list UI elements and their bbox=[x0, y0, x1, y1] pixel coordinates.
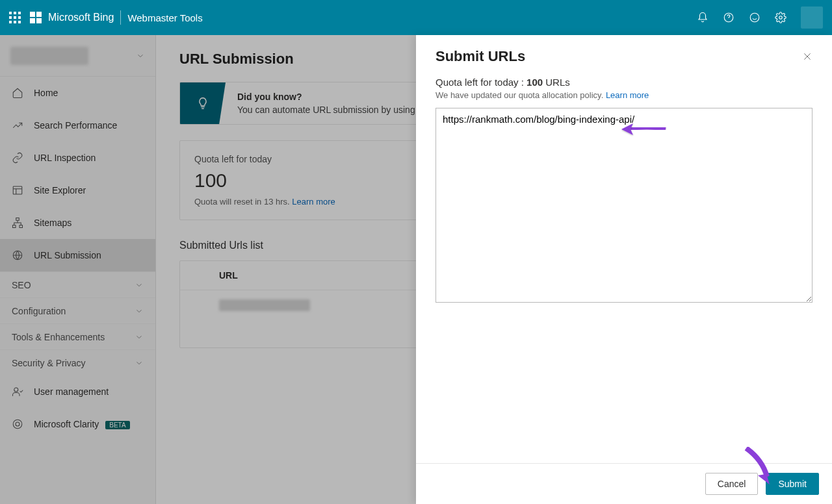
panel-title: Submit URLs bbox=[436, 48, 525, 65]
panel-quota-value: 100 bbox=[526, 77, 543, 88]
bing-logo-icon bbox=[30, 12, 42, 23]
panel-policy-line: We have updated our quota allocation pol… bbox=[436, 90, 812, 100]
brand-sub-text: Webmaster Tools bbox=[127, 12, 202, 23]
panel-footer: Cancel Submit bbox=[416, 463, 832, 504]
submit-button[interactable]: Submit bbox=[766, 473, 819, 495]
urls-textarea[interactable] bbox=[436, 108, 812, 303]
app-launcher-icon[interactable] bbox=[9, 12, 21, 23]
panel-policy-text: We have updated our quota allocation pol… bbox=[436, 90, 603, 100]
panel-learn-more-link[interactable]: Learn more bbox=[606, 90, 649, 100]
brand-main-text: Microsoft Bing bbox=[48, 12, 114, 23]
panel-body: Quota left for today : 100 URLs We have … bbox=[416, 70, 832, 463]
cancel-button[interactable]: Cancel bbox=[705, 473, 759, 495]
brand[interactable]: Microsoft Bing Webmaster Tools bbox=[30, 10, 203, 25]
global-header: Microsoft Bing Webmaster Tools bbox=[0, 0, 832, 35]
panel-header: Submit URLs bbox=[416, 35, 832, 70]
svg-point-2 bbox=[779, 16, 783, 19]
close-icon[interactable] bbox=[802, 51, 812, 62]
help-icon[interactable] bbox=[723, 12, 734, 23]
panel-quota-suffix: URLs bbox=[543, 77, 570, 88]
svg-point-1 bbox=[750, 13, 759, 22]
panel-quota-line: Quota left for today : 100 URLs bbox=[436, 77, 812, 88]
header-left: Microsoft Bing Webmaster Tools bbox=[9, 10, 203, 25]
brand-divider bbox=[120, 10, 121, 25]
panel-quota-prefix: Quota left for today : bbox=[436, 77, 526, 88]
avatar[interactable] bbox=[801, 6, 823, 29]
bell-icon[interactable] bbox=[697, 12, 708, 23]
header-right bbox=[697, 6, 823, 29]
submit-urls-panel: Submit URLs Quota left for today : 100 U… bbox=[416, 35, 832, 504]
feedback-smile-icon[interactable] bbox=[749, 12, 760, 23]
settings-gear-icon[interactable] bbox=[775, 12, 786, 23]
